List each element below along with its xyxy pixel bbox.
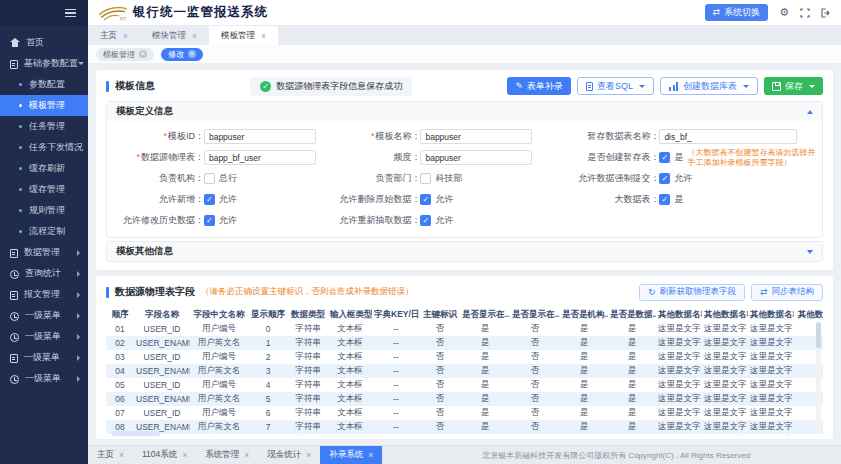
table-row[interactable]: 08USER_ENAME用户英文名7字符串文本框--否是否是是这里是文字这里是文… (106, 420, 823, 434)
table-cell: 否 (420, 336, 460, 350)
tab-2[interactable]: 模板管理× (209, 26, 278, 45)
create-staging-table-checkbox[interactable]: ✓ (659, 152, 670, 163)
table-cell: 是 (460, 378, 510, 392)
view-sql-button[interactable]: 查看SQL (577, 77, 654, 95)
close-icon[interactable]: × (119, 450, 124, 460)
doc-icon (10, 249, 18, 258)
menu-toggle-icon[interactable] (65, 9, 76, 18)
sidebar-item-query-stats[interactable]: 查询统计 (0, 263, 88, 284)
clock-icon (10, 270, 19, 279)
table-cell: 字符串 (288, 364, 328, 378)
template-id-input[interactable] (204, 129, 316, 144)
sidebar-item-data-mgmt[interactable]: 数据管理 (0, 242, 88, 263)
bottom-tab-1[interactable]: 1104系统× (133, 446, 196, 464)
vertical-scrollbar-thumb[interactable] (816, 322, 821, 348)
big-data-table-checkbox[interactable]: ✓ (659, 194, 670, 205)
checkbox-label: 是 (674, 151, 683, 164)
settings-gear-icon[interactable]: ⚙ (779, 7, 789, 18)
allow-re-extract-checkbox[interactable]: ✓ (420, 215, 431, 226)
allow-delete-original-checkbox[interactable]: ✓ (420, 194, 431, 205)
logout-icon[interactable] (821, 8, 831, 18)
table-row[interactable]: 01USER_ID用户编号0字符串文本框--否是否是是这里是文字这里是文字这里是… (106, 322, 823, 336)
sidebar-item-rule-mgmt[interactable]: 规则管理 (0, 200, 88, 221)
close-circle-icon[interactable]: × (188, 50, 196, 58)
tab-0[interactable]: 主页× (88, 26, 140, 45)
definition-section-header[interactable]: 模板定义信息 (107, 102, 822, 121)
table-row[interactable]: 03USER_ID用户编号2字符串文本框--否是否是是这里是文字这里是文字这里是… (106, 350, 823, 364)
vertical-scrollbar[interactable] (816, 322, 821, 434)
table-row[interactable]: 06USER_ENAME用户英文名5字符串文本框--否是否是是这里是文字这里是文… (106, 392, 823, 406)
sidebar-item-menu-l1-2[interactable]: 一级菜单 (0, 326, 88, 347)
bullet-icon (19, 104, 22, 107)
table-cell: 7 (248, 420, 288, 434)
bottom-tab-4[interactable]: 补录系统× (320, 446, 382, 464)
bottom-tab-3[interactable]: 现金统计× (258, 446, 320, 464)
tab-1[interactable]: 模块管理× (140, 26, 209, 45)
clock-icon (10, 375, 19, 384)
close-icon[interactable]: × (368, 450, 373, 460)
refresh-fields-button[interactable]: ↻ 刷新获取物理表字段 (639, 284, 745, 301)
table-cell: 用户编号 (190, 434, 248, 436)
sidebar-item-cache-refresh[interactable]: 缓存刷新 (0, 158, 88, 179)
table-cell: 这里是文字 (656, 336, 702, 350)
table-cell: 否 (510, 350, 560, 364)
responsible-dept-checkbox[interactable] (420, 173, 431, 184)
sidebar-item-template-mgmt[interactable]: 模板管理 (0, 95, 88, 116)
subtab-0[interactable]: 模板管理× (96, 48, 154, 61)
system-switch-button[interactable]: ⇄ 系统切换 (705, 4, 769, 21)
sync-structure-button[interactable]: ⇄ 同步表结构 (751, 284, 823, 301)
table-cell: 字符串 (288, 350, 328, 364)
sidebar-item-param-config[interactable]: 参数配置 (0, 74, 88, 95)
main-area: IST 银行统一监管报送系统 ⇄ 系统切换 ⚙ 主页×模块管理×模板管理× 模板… (88, 0, 841, 464)
collapse-icon[interactable] (807, 110, 813, 114)
form-field-template-id: 模板ID (113, 126, 330, 147)
sidebar-item-process-custom[interactable]: 流程定制 (0, 221, 88, 242)
allow-modify-history-checkbox[interactable]: ✓ (204, 215, 215, 226)
table-row[interactable]: 02USER_ENAME用户英文名1字符串文本框--否是否是是这里是文字这里是文… (106, 336, 823, 350)
create-db-table-button[interactable]: 创建数据库表 (660, 77, 758, 95)
sidebar-item-base-param-config[interactable]: 基础参数配置 (0, 53, 88, 74)
table-row[interactable]: 04USER_ENAME用户英文名3字符串文本框--否是否是是这里是文字这里是文… (106, 364, 823, 378)
table-cell: 这里是文字 (748, 378, 794, 392)
sidebar-item-report-mgmt[interactable]: 报文管理 (0, 284, 88, 305)
table-cell: 是 (608, 364, 656, 378)
sidebar-item-menu-l1-3[interactable]: 一级菜单 (0, 347, 88, 368)
bottom-tab-0[interactable]: 主页× (88, 446, 133, 464)
definition-form: 模板ID模板名称暂存数据表名称数据源物理表频度是否创建暂存表✓是（大数据表不创建… (107, 121, 822, 237)
sidebar-item-task-mgmt[interactable]: 任务管理 (0, 116, 88, 137)
frequency-input[interactable] (420, 150, 532, 165)
table-cell: 是 (560, 322, 608, 336)
bottom-tab-2[interactable]: 系统管理× (196, 446, 258, 464)
other-section-header[interactable]: 模板其他信息 (107, 242, 822, 261)
allow-add-checkbox[interactable]: ✓ (204, 194, 215, 205)
close-icon[interactable]: × (123, 31, 128, 41)
save-button[interactable]: 保存 (764, 77, 823, 95)
close-circle-icon[interactable]: × (139, 50, 147, 58)
subtab-1[interactable]: 修改× (161, 48, 203, 61)
fullscreen-icon[interactable] (800, 8, 810, 18)
close-icon[interactable]: × (261, 31, 266, 41)
close-icon[interactable]: × (182, 450, 187, 460)
table-cell: 这里是文字 (702, 378, 748, 392)
template-name-input[interactable] (420, 129, 532, 144)
sidebar-item-cache-mgmt[interactable]: 缓存管理 (0, 179, 88, 200)
allow-force-submit-checkbox[interactable]: ✓ (659, 173, 670, 184)
source-physical-table-input[interactable] (204, 150, 316, 165)
sidebar-item-home[interactable]: 首页 (0, 32, 88, 53)
close-icon[interactable]: × (306, 450, 311, 460)
table-row[interactable]: 07USER_ID用户编号6字符串文本框--否是否是是这里是文字这里是文字这里是… (106, 406, 823, 420)
horizontal-scrollbar-thumb[interactable] (112, 431, 160, 436)
doc-icon (10, 354, 18, 363)
sidebar-item-menu-l1-4[interactable]: 一级菜单 (0, 368, 88, 389)
form-supplement-button[interactable]: ✎ 表单补录 (507, 77, 571, 95)
close-icon[interactable]: × (192, 31, 197, 41)
responsible-org-checkbox[interactable] (204, 173, 215, 184)
close-icon[interactable]: × (244, 450, 249, 460)
sidebar-item-label: 缓存管理 (29, 183, 65, 196)
staging-table-name-input[interactable] (659, 129, 797, 144)
sidebar-item-menu-l1-1[interactable]: 一级菜单 (0, 305, 88, 326)
table-row[interactable]: 09USER_ID用户编号8字符串文本框--否是否是是这里是文字这里是文字这里是… (106, 434, 823, 436)
sidebar-item-task-dispatch[interactable]: 任务下发情况 (0, 137, 88, 158)
expand-icon[interactable] (807, 250, 813, 254)
table-row[interactable]: 05USER_ID用户编号4字符串文本框--否是否是是这里是文字这里是文字这里是… (106, 378, 823, 392)
